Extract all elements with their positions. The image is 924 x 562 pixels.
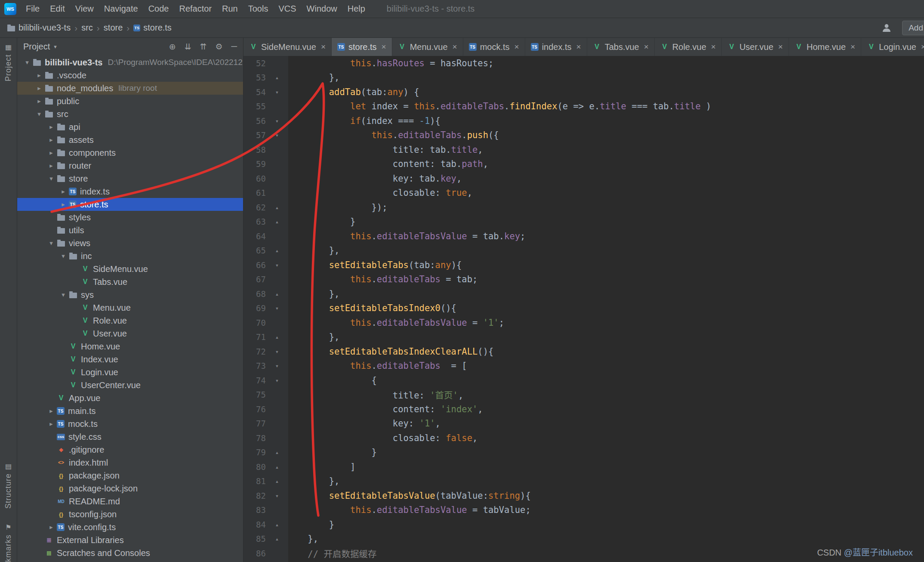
code-line-74[interactable]: 74▾ {: [243, 373, 924, 388]
editor-tab-store.ts[interactable]: TSstore.ts×: [332, 38, 392, 56]
chevron-right-icon[interactable]: ▸: [34, 84, 45, 92]
chevron-down-icon[interactable]: ▾: [22, 59, 33, 66]
tab-close-icon[interactable]: ×: [382, 42, 386, 52]
code-line-84[interactable]: 84▴ }: [243, 517, 924, 532]
tree-item-Role.vue[interactable]: VRole.vue: [17, 314, 243, 327]
menu-window[interactable]: Window: [302, 2, 342, 16]
fold-down-icon[interactable]: ▾: [270, 262, 284, 269]
collapse-all-icon[interactable]: ⇈: [200, 42, 207, 52]
code-line-67[interactable]: 67 this.editableTabs = tab;: [243, 272, 924, 287]
tree-item-inc[interactable]: ▾inc: [17, 250, 243, 262]
tree-item-sys[interactable]: ▾sys: [17, 288, 243, 301]
code-line-75[interactable]: 75 title: '首页',: [243, 388, 924, 402]
code-line-52[interactable]: 52 this.hasRoutes = hasRoutes;: [243, 56, 924, 71]
menu-tools[interactable]: Tools: [243, 2, 274, 16]
tree-item-assets[interactable]: ▸assets: [17, 133, 243, 146]
tree-item-External Libraries[interactable]: ≣External Libraries: [17, 534, 243, 547]
chevron-right-icon[interactable]: ▸: [46, 523, 57, 531]
menu-help[interactable]: Help: [342, 2, 370, 16]
tree-item-Login.vue[interactable]: VLogin.vue: [17, 366, 243, 379]
tree-item-.gitignore[interactable]: ◆.gitignore: [17, 443, 243, 456]
code-line-55[interactable]: 55 let index = this.editableTabs.findInd…: [243, 99, 924, 114]
code-line-66[interactable]: 66▾ setEditableTabs(tab:any){: [243, 258, 924, 272]
tree-item-App.vue[interactable]: VApp.vue: [17, 392, 243, 405]
tree-item-style.css[interactable]: cssstyle.css: [17, 430, 243, 443]
editor-tab-Menu.vue[interactable]: VMenu.vue×: [392, 38, 463, 56]
code-line-56[interactable]: 56▾ if(index === -1){: [243, 114, 924, 128]
fold-down-icon[interactable]: ▾: [270, 132, 284, 139]
fold-down-icon[interactable]: ▾: [270, 348, 284, 355]
editor-tab-Role.vue[interactable]: VRole.vue×: [655, 38, 722, 56]
fold-down-icon[interactable]: ▾: [270, 492, 284, 499]
tree-item-mock.ts[interactable]: ▸TSmock.ts: [17, 417, 243, 430]
fold-up-icon[interactable]: ▴: [270, 449, 284, 456]
fold-down-icon[interactable]: ▾: [270, 117, 284, 124]
editor-tab-Tabs.vue[interactable]: VTabs.vue×: [587, 38, 655, 56]
code-line-60[interactable]: 60 key: tab.key,: [243, 171, 924, 186]
tree-item-src[interactable]: ▾src: [17, 108, 243, 120]
fold-down-icon[interactable]: ▾: [270, 305, 284, 312]
menu-run[interactable]: Run: [217, 2, 243, 16]
chevron-right-icon[interactable]: ▸: [46, 407, 57, 415]
project-panel-title[interactable]: Project: [23, 42, 50, 52]
chevron-right-icon[interactable]: ▸: [46, 149, 57, 157]
code-line-58[interactable]: 58 title: tab.title,: [243, 142, 924, 157]
fold-down-icon[interactable]: ▾: [270, 362, 284, 369]
code-line-53[interactable]: 53▴ },: [243, 71, 924, 85]
fold-up-icon[interactable]: ▴: [270, 535, 284, 542]
tree-item-main.ts[interactable]: ▸TSmain.ts: [17, 405, 243, 417]
code-line-69[interactable]: 69▾ setEditableTabsIndex0(){: [243, 301, 924, 316]
tree-item-UserCenter.vue[interactable]: VUserCenter.vue: [17, 379, 243, 392]
user-account-icon[interactable]: [881, 23, 892, 33]
tree-item-tsconfig.json[interactable]: {}tsconfig.json: [17, 508, 243, 521]
tree-item-styles[interactable]: styles: [17, 211, 243, 224]
expand-all-icon[interactable]: ⇊: [185, 42, 191, 52]
fold-up-icon[interactable]: ▴: [270, 290, 284, 297]
menu-navigate[interactable]: Navigate: [99, 2, 143, 16]
tree-item-utils[interactable]: utils: [17, 224, 243, 237]
gear-icon[interactable]: ⚙: [215, 42, 222, 52]
locate-file-icon[interactable]: ⊕: [169, 42, 176, 52]
tree-item-README.md[interactable]: MDREADME.md: [17, 495, 243, 508]
tree-item-index.html[interactable]: <>index.html: [17, 456, 243, 469]
chevron-right-icon[interactable]: ▸: [58, 188, 69, 195]
chevron-right-icon[interactable]: ▸: [34, 71, 45, 79]
fold-up-icon[interactable]: ▴: [270, 247, 284, 254]
tree-item-public[interactable]: ▸public: [17, 95, 243, 108]
editor-tab-mock.ts[interactable]: TSmock.ts×: [463, 38, 525, 56]
add-configuration-button[interactable]: Add C: [902, 21, 924, 35]
fold-up-icon[interactable]: ▴: [270, 333, 284, 340]
code-editor[interactable]: 52 this.hasRoutes = hasRoutes;53▴ },54▾ …: [243, 56, 924, 562]
fold-down-icon[interactable]: ▾: [270, 89, 284, 96]
tree-item-vite.config.ts[interactable]: ▸TSvite.config.ts: [17, 521, 243, 534]
chevron-right-icon[interactable]: ▸: [46, 136, 57, 144]
editor-tab-User.vue[interactable]: VUser.vue×: [722, 38, 789, 56]
tree-item-package.json[interactable]: {}package.json: [17, 469, 243, 482]
code-line-62[interactable]: 62▴ });: [243, 200, 924, 215]
code-line-68[interactable]: 68▴ },: [243, 287, 924, 301]
code-line-63[interactable]: 63▴ }: [243, 215, 924, 229]
chevron-right-icon[interactable]: ▸: [34, 97, 45, 105]
breadcrumb-item-store[interactable]: store: [104, 23, 123, 33]
tab-close-icon[interactable]: ×: [778, 42, 783, 52]
tool-window-structure-button[interactable]: ▤ Structure: [4, 462, 13, 509]
menu-file[interactable]: File: [21, 2, 45, 16]
tree-item-node_modules[interactable]: ▸node_moduleslibrary root: [17, 82, 243, 95]
tab-close-icon[interactable]: ×: [453, 42, 457, 52]
chevron-down-icon[interactable]: ▾: [58, 252, 69, 260]
tool-window-project-button[interactable]: ▦ Project: [4, 43, 13, 81]
tree-item-User.vue[interactable]: VUser.vue: [17, 327, 243, 340]
chevron-down-icon[interactable]: ▾: [46, 239, 57, 247]
code-line-81[interactable]: 81▴ },: [243, 474, 924, 489]
hide-panel-icon[interactable]: ─: [231, 42, 237, 52]
tree-item-Scratches and Consoles[interactable]: ▤Scratches and Consoles: [17, 547, 243, 559]
code-line-80[interactable]: 80▴ ]: [243, 460, 924, 474]
tab-close-icon[interactable]: ×: [321, 42, 326, 52]
tree-item-index.ts[interactable]: ▸TSindex.ts: [17, 185, 243, 198]
code-line-61[interactable]: 61 closable: true,: [243, 186, 924, 201]
tab-close-icon[interactable]: ×: [644, 42, 649, 52]
fold-up-icon[interactable]: ▴: [270, 521, 284, 528]
tree-item-SideMenu.vue[interactable]: VSideMenu.vue: [17, 262, 243, 275]
code-line-71[interactable]: 71▴ },: [243, 330, 924, 345]
code-line-87[interactable]: 87 // @ts-ignore: [243, 561, 924, 562]
